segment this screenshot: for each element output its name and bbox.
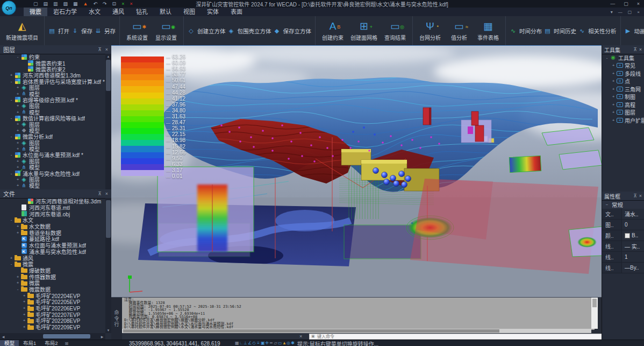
tree-item[interactable]: -微震分析.kdf bbox=[0, 133, 105, 139]
tree-item[interactable]: -水位面与涌水量预测.kdf * bbox=[0, 152, 105, 158]
expander-icon[interactable]: + bbox=[9, 73, 14, 77]
property-row[interactable]: 线..—By.. bbox=[602, 263, 644, 273]
tree-item[interactable]: +图层 bbox=[602, 109, 644, 117]
property-group-header[interactable]: − 常规 bbox=[602, 201, 644, 209]
expander-icon[interactable]: + bbox=[15, 280, 20, 285]
tree-item[interactable]: -◉工具集 bbox=[602, 54, 644, 62]
tree-item[interactable]: +高程 bbox=[602, 101, 644, 109]
console-hscrollbar[interactable] bbox=[122, 329, 591, 333]
tree-item[interactable]: +⋔模型 bbox=[0, 182, 105, 188]
pin-icon[interactable]: ⊼ bbox=[98, 189, 102, 198]
console-close-icon[interactable]: × bbox=[299, 334, 302, 339]
expander-icon[interactable]: - bbox=[9, 79, 14, 84]
expander-icon[interactable]: + bbox=[15, 146, 20, 151]
query-results-button[interactable]: ▭◎查询结果 bbox=[382, 17, 409, 44]
expander-icon[interactable]: + bbox=[15, 224, 20, 229]
menu-arrow-icon[interactable]: ▾ bbox=[611, 10, 613, 15]
expander-icon[interactable]: - bbox=[9, 116, 14, 121]
save-button[interactable]: ⇓保存 bbox=[71, 27, 92, 35]
layout-tab-布局2[interactable]: 布局2 bbox=[40, 340, 62, 346]
expander-icon[interactable]: + bbox=[15, 274, 20, 279]
expander-icon[interactable]: + bbox=[15, 103, 20, 108]
event-table-button[interactable]: ▦事件表格 bbox=[475, 17, 502, 44]
expander-icon[interactable]: + bbox=[15, 140, 20, 145]
expander-icon[interactable]: - bbox=[9, 171, 14, 176]
tree-item[interactable]: -数值计算岩爆风险等级.kdf bbox=[0, 115, 105, 121]
new-project-button[interactable]: ◭新建微震项目 bbox=[4, 17, 40, 44]
close-panel-icon[interactable]: × bbox=[639, 45, 642, 54]
files-hscrollbar[interactable]: ◀ ▶ bbox=[0, 333, 105, 340]
tree-item[interactable]: -✓涌水量与突水危险性.kdf bbox=[0, 170, 105, 176]
expander-icon[interactable]: - bbox=[9, 97, 14, 102]
value-chart-button[interactable]: ▭≈值分析 bbox=[446, 17, 473, 44]
workspace-icon[interactable]: ✱ bbox=[291, 340, 295, 346]
expander-icon[interactable]: + bbox=[611, 118, 616, 123]
expander-icon[interactable]: + bbox=[611, 79, 616, 83]
mesh-grid-button[interactable]: ⊞+创建面网格 bbox=[348, 17, 380, 44]
property-row[interactable]: 颜..B.. bbox=[602, 230, 644, 241]
menu-tab-实体[interactable]: 实体 bbox=[201, 8, 225, 16]
display-settings-button[interactable]: ▭◉显示设置 bbox=[153, 17, 180, 44]
open-button[interactable]: ▤打开 bbox=[48, 27, 69, 35]
tree-item[interactable]: -微震 bbox=[0, 261, 105, 267]
system-settings-button[interactable]: ▭✱系统设置 bbox=[124, 17, 151, 44]
console-log[interactable]: 注意: 微震事件数量: 1328 时间范围: 2025-07-01 00:57:… bbox=[122, 298, 595, 330]
brand-a-icon[interactable]: ▲ bbox=[83, 0, 88, 8]
undo-icon[interactable]: ↶ bbox=[94, 0, 98, 8]
station-network-button[interactable]: Ψ*台网分析 bbox=[417, 17, 443, 44]
expander-icon[interactable]: + bbox=[9, 256, 14, 260]
close-panel-icon[interactable]: × bbox=[105, 45, 108, 54]
expander-icon[interactable]: + bbox=[15, 85, 20, 90]
menu-tab-视图[interactable]: 视图 bbox=[177, 8, 201, 16]
expander-icon[interactable]: + bbox=[15, 91, 20, 96]
new-file-icon[interactable]: ▢ bbox=[33, 0, 38, 8]
time-dist-button[interactable]: ∿时间分布 bbox=[510, 27, 542, 35]
annotation-icon[interactable]: ▲ bbox=[282, 340, 286, 346]
menu-tab-微震[interactable]: 微震 bbox=[24, 8, 47, 16]
expander-icon[interactable]: + bbox=[22, 299, 27, 304]
expander-icon[interactable]: - bbox=[9, 262, 14, 266]
viewport-box-icon[interactable]: ⊡ bbox=[112, 0, 117, 8]
command-input[interactable] bbox=[309, 334, 610, 340]
menu-tab-通风[interactable]: 通风 bbox=[106, 8, 130, 16]
property-row[interactable]: 图..0 bbox=[602, 220, 644, 230]
tree-item[interactable]: 河西河东巷道.obj bbox=[0, 210, 105, 217]
files-scrollbar[interactable]: ▼ bbox=[105, 198, 111, 333]
tree-item[interactable]: +微震 bbox=[0, 280, 105, 286]
close-panel-icon[interactable]: × bbox=[639, 192, 642, 200]
otrack-icon[interactable]: ≡ bbox=[256, 340, 260, 346]
correlation-button[interactable]: ∿相关性分析 bbox=[578, 27, 617, 35]
close-green-icon[interactable]: × bbox=[121, 0, 124, 8]
expander-icon[interactable]: + bbox=[15, 183, 20, 188]
expander-icon[interactable]: - bbox=[15, 287, 20, 292]
scroll-up-icon[interactable]: ▲ bbox=[105, 54, 111, 59]
layout-tab-布局1[interactable]: 布局1 bbox=[19, 340, 40, 346]
expander-icon[interactable]: - bbox=[604, 55, 610, 60]
minimize-icon[interactable]: — bbox=[610, 0, 615, 8]
scroll-down-icon[interactable]: ▼ bbox=[105, 328, 111, 333]
property-row[interactable]: 线..— 实.. bbox=[602, 241, 644, 252]
expander-icon[interactable]: + bbox=[15, 122, 20, 126]
close-panel-icon[interactable]: × bbox=[105, 189, 108, 198]
pin-icon[interactable]: ⊼ bbox=[98, 45, 102, 54]
expander-icon[interactable]: - bbox=[9, 134, 14, 139]
transparency-icon[interactable]: ▱ bbox=[274, 340, 277, 346]
ducs-icon[interactable]: ▣ bbox=[261, 340, 264, 346]
menu-tab-岩石力学[interactable]: 岩石力学 bbox=[47, 8, 83, 16]
expander-icon[interactable]: + bbox=[611, 102, 616, 107]
lineweight-icon[interactable]: ━ bbox=[269, 340, 273, 346]
close-red-icon[interactable]: × bbox=[130, 0, 132, 8]
tree-item[interactable]: +多段线 bbox=[602, 69, 644, 77]
menu-tab-默认[interactable]: 默认 bbox=[154, 8, 177, 16]
pin-icon[interactable]: ⊼ bbox=[633, 192, 637, 200]
expander-icon[interactable]: + bbox=[611, 87, 616, 91]
tree-item[interactable]: -岩体质量评估与采场宽度计算.kdf * bbox=[0, 79, 105, 84]
selection-icon[interactable]: ▭ bbox=[278, 340, 282, 346]
expander-icon[interactable]: + bbox=[611, 63, 616, 68]
expander-icon[interactable]: + bbox=[611, 110, 616, 115]
tree-item[interactable]: +制图 bbox=[602, 93, 644, 101]
property-row[interactable]: 线..1 bbox=[602, 252, 644, 263]
save-as-button[interactable]: ⇊另存 bbox=[95, 27, 116, 35]
tree-item[interactable]: +用户扩展 bbox=[602, 116, 644, 124]
menu-tab-表面[interactable]: 表面 bbox=[225, 8, 248, 16]
